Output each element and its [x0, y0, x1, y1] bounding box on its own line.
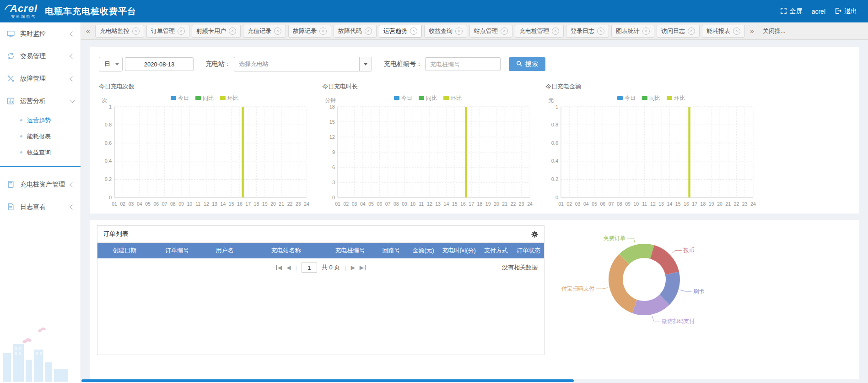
tab-close-icon[interactable]: × — [642, 27, 650, 35]
legend-item[interactable]: 环比 — [667, 94, 685, 102]
column-header-9[interactable]: 订单状态 — [513, 246, 544, 255]
column-header-8[interactable]: 支付方式 — [479, 246, 513, 255]
sidebar-item-2[interactable]: 故障管理 — [0, 67, 81, 90]
tab-item-3[interactable]: 充值记录× — [243, 25, 286, 38]
column-header-2[interactable]: 用户名 — [203, 246, 247, 255]
sidebar-item-label: 日志查看 — [20, 203, 70, 211]
chart-unit-label: 次 — [102, 97, 107, 104]
tab-close-icon[interactable]: × — [178, 27, 185, 35]
fullscreen-button[interactable]: 全屏 — [780, 7, 803, 16]
legend-item[interactable]: 同比 — [195, 94, 214, 102]
tab-item-11[interactable]: 图表统计× — [611, 25, 654, 38]
tab-item-0[interactable]: 充电站监控× — [95, 25, 144, 38]
tab-close-icon[interactable]: × — [229, 27, 236, 35]
orders-panel: 订单列表 — [90, 220, 859, 379]
tab-item-1[interactable]: 订单管理× — [146, 25, 189, 38]
station-select[interactable]: 选择充电站 — [234, 57, 372, 71]
close-operations-menu[interactable]: 关闭操... — [763, 27, 786, 35]
sidebar-item-1[interactable]: 交易管理 — [0, 45, 81, 67]
legend-item[interactable]: 环比 — [443, 94, 462, 102]
tabs-scroll-right-button[interactable]: » — [747, 27, 757, 35]
legend-item[interactable]: 今日 — [617, 94, 636, 102]
sidebar-item-label: 实时监控 — [20, 30, 70, 38]
last-page-button[interactable]: ▶ — [360, 265, 366, 270]
legend-item[interactable]: 同比 — [642, 94, 660, 102]
tab-close-icon[interactable]: × — [688, 27, 695, 35]
date-input[interactable] — [125, 57, 194, 71]
svg-text:11: 11 — [195, 201, 200, 207]
legend-item[interactable]: 环比 — [220, 94, 238, 102]
legend-item[interactable]: 今日 — [171, 94, 189, 102]
tab-item-10[interactable]: 登录日志× — [566, 25, 609, 38]
chevron-left-icon — [70, 54, 75, 59]
svg-text:10: 10 — [410, 201, 415, 207]
tab-item-4[interactable]: 故障记录× — [288, 25, 331, 38]
prev-page-button[interactable]: ◀ — [286, 265, 291, 270]
tab-close-icon[interactable]: × — [410, 27, 417, 35]
settings-gear-icon[interactable] — [531, 230, 539, 238]
legend-label: 今日 — [625, 94, 636, 102]
tabs-scroll-left-button[interactable]: « — [83, 27, 93, 35]
tab-close-icon[interactable]: × — [319, 27, 327, 35]
sidebar-item-4[interactable]: 充电桩资产管理 — [0, 173, 81, 196]
column-header-3[interactable]: 充电站名称 — [247, 246, 325, 255]
station-select-dropdown-button[interactable] — [359, 57, 372, 71]
column-header-0[interactable]: 创建日期 — [97, 246, 151, 255]
horizontal-scrollbar[interactable] — [81, 379, 574, 382]
svg-text:6: 6 — [332, 164, 335, 170]
tab-close-icon[interactable]: × — [274, 27, 281, 35]
legend-item[interactable]: 今日 — [394, 94, 412, 102]
sidebar-item-3[interactable]: 运营分析 — [0, 90, 81, 112]
column-header-4[interactable]: 充电桩编号 — [325, 246, 375, 255]
tab-item-5[interactable]: 故障代码× — [334, 25, 377, 38]
svg-text:02: 02 — [343, 201, 349, 207]
fault-icon — [6, 74, 16, 83]
tab-label: 订单管理 — [151, 27, 175, 35]
tab-label: 站点管理 — [474, 27, 498, 35]
sidebar-item-0[interactable]: 实时监控 — [0, 22, 81, 45]
charts-row: 今日充电次数次今日同比环比00.20.40.60.810102030405060… — [97, 82, 852, 211]
tab-close-icon[interactable]: × — [365, 27, 372, 35]
tab-close-icon[interactable]: × — [597, 27, 604, 35]
tab-item-8[interactable]: 站点管理× — [469, 25, 512, 38]
filter-bar: 日 充电站： 选择充电站 充电桩编号： 搜索 — [97, 53, 852, 79]
sidebar-subitem-1[interactable]: 能耗报表 — [0, 128, 81, 144]
tab-item-6[interactable]: 运营趋势× — [379, 25, 422, 38]
legend-item[interactable]: 同比 — [419, 94, 437, 102]
first-page-button[interactable]: ◀ — [276, 265, 282, 270]
column-header-6[interactable]: 金额(元) — [408, 246, 439, 255]
tab-item-12[interactable]: 访问日志× — [657, 25, 700, 38]
page-number-input[interactable] — [302, 263, 317, 273]
period-select[interactable]: 日 — [99, 57, 123, 71]
tab-close-icon[interactable]: × — [733, 27, 740, 35]
sidebar-group-divider — [0, 166, 81, 167]
sidebar-item-label: 充电桩资产管理 — [20, 181, 70, 189]
svg-text:07: 07 — [609, 201, 614, 207]
legend-swatch — [195, 96, 201, 100]
tab-close-icon[interactable]: × — [501, 27, 508, 35]
legend-label: 同比 — [203, 94, 214, 102]
column-header-1[interactable]: 订单编号 — [151, 246, 203, 255]
chart-unit-label: 分钟 — [325, 97, 336, 104]
pile-number-label: 充电桩编号： — [384, 60, 422, 68]
tab-item-2[interactable]: 射频卡用户× — [192, 25, 241, 38]
sidebar-subitem-0[interactable]: 运营趋势 — [0, 112, 81, 128]
user-menu[interactable]: acrel — [812, 8, 825, 15]
tab-close-icon[interactable]: × — [455, 27, 463, 35]
svg-text:投币: 投币 — [683, 247, 695, 253]
tab-item-13[interactable]: 能耗报表× — [702, 25, 745, 38]
pile-number-input[interactable] — [425, 57, 501, 71]
tab-close-icon[interactable]: × — [552, 27, 559, 35]
column-header-7[interactable]: 充电时间(分) — [439, 246, 479, 255]
sidebar-subitem-2[interactable]: 收益查询 — [0, 144, 81, 160]
logout-button[interactable]: 退出 — [835, 7, 857, 16]
tab-item-7[interactable]: 收益查询× — [424, 25, 467, 38]
svg-text:15: 15 — [229, 201, 234, 207]
search-button[interactable]: 搜索 — [509, 57, 545, 71]
column-header-5[interactable]: 回路号 — [375, 246, 408, 255]
next-page-button[interactable]: ▶ — [351, 265, 355, 270]
tab-item-9[interactable]: 充电桩管理× — [515, 25, 564, 38]
legend-swatch — [617, 96, 623, 100]
tab-close-icon[interactable]: × — [132, 27, 140, 35]
sidebar-item-5[interactable]: 日志查看 — [0, 196, 81, 218]
